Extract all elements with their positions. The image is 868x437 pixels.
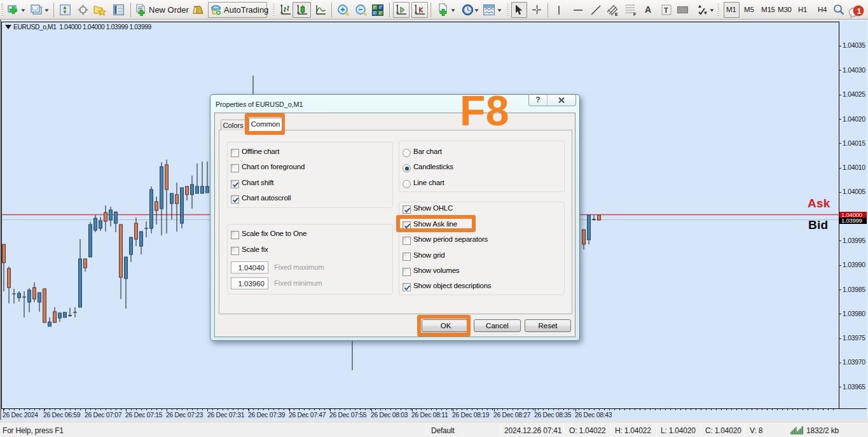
svg-text:T: T <box>664 6 668 14</box>
svg-text:F: F <box>633 12 637 17</box>
svg-text:1: 1 <box>857 7 862 16</box>
svg-text:E: E <box>615 12 618 17</box>
